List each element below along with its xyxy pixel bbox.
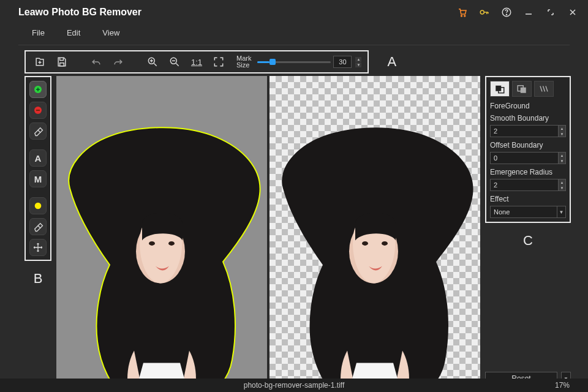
svg-rect-19 — [521, 88, 526, 93]
emergence-radius-label: Emergence Radius — [490, 168, 566, 176]
titlebar: Leawo Photo BG Remover — [0, 0, 588, 24]
svg-point-9 — [35, 203, 42, 209]
smooth-boundary-label: Smooth Boundary — [490, 114, 566, 123]
result-canvas[interactable] — [270, 76, 480, 385]
mark-size-slider[interactable] — [257, 61, 331, 63]
mark-size-spinner[interactable]: ▲▼ — [355, 57, 361, 67]
svg-point-15 — [382, 241, 388, 245]
annotation-a: A — [387, 54, 396, 70]
emergence-radius-input[interactable]: 2 ▲▼ — [490, 179, 566, 191]
tab-background-icon[interactable] — [512, 81, 532, 97]
properties-panel: ForeGround Smooth Boundary 2 ▲▼ Offset B… — [485, 76, 571, 223]
minimize-icon[interactable] — [523, 7, 534, 18]
svg-point-2 — [480, 10, 484, 14]
highlight-tool[interactable] — [29, 197, 47, 214]
zoom-out-icon[interactable] — [167, 54, 183, 70]
zoom-in-icon[interactable] — [145, 54, 160, 70]
move-tool[interactable] — [29, 239, 47, 256]
svg-point-11 — [149, 241, 155, 245]
effect-select[interactable]: None ▼ — [490, 206, 566, 218]
redo-icon[interactable] — [110, 54, 126, 70]
right-panel: ForeGround Smooth Boundary 2 ▲▼ Offset B… — [485, 76, 571, 385]
save-icon[interactable] — [54, 54, 70, 70]
status-filename: photo-bg-remover-sample-1.tiff — [244, 381, 345, 390]
svg-point-12 — [168, 241, 175, 245]
undo-icon[interactable] — [88, 54, 104, 70]
svg-point-0 — [461, 15, 462, 17]
menu-file[interactable]: File — [32, 28, 45, 37]
svg-point-4 — [506, 14, 507, 15]
svg-point-1 — [464, 15, 466, 17]
panel-tabs — [490, 81, 566, 97]
eraser-tool[interactable] — [29, 123, 47, 140]
maximize-icon[interactable] — [545, 7, 556, 18]
remove-mark-tool[interactable] — [29, 102, 47, 119]
annotation-b: B — [24, 271, 51, 287]
actual-size-button[interactable]: 1:1 — [189, 54, 205, 70]
fit-screen-icon[interactable] — [211, 54, 227, 70]
original-canvas[interactable] — [56, 76, 267, 385]
manual-mode-button[interactable]: M — [29, 170, 47, 187]
menu-view[interactable]: View — [102, 28, 119, 37]
top-toolbar: 1:1 MarkSize 30 ▲▼ — [24, 50, 369, 74]
canvas-area — [56, 76, 480, 385]
titlebar-controls — [457, 7, 578, 18]
statusbar: photo-bg-remover-sample-1.tiff 17% — [0, 379, 588, 392]
effect-label: Effect — [490, 195, 566, 203]
mark-size-label: MarkSize — [236, 55, 251, 69]
key-icon[interactable] — [479, 7, 490, 18]
left-tools-column: A M B — [24, 76, 51, 385]
offset-boundary-input[interactable]: 0 ▲▼ — [490, 152, 566, 164]
annotation-c: C — [485, 233, 571, 249]
svg-point-14 — [362, 241, 368, 245]
section-title: ForeGround — [490, 102, 566, 110]
menu-edit[interactable]: Edit — [67, 28, 80, 37]
top-toolbar-wrap: 1:1 MarkSize 30 ▲▼ A — [24, 50, 571, 74]
tab-effect-icon[interactable] — [534, 81, 554, 97]
status-zoom: 17% — [555, 381, 570, 390]
offset-boundary-label: Offset Boundary — [490, 141, 566, 149]
smooth-boundary-input[interactable]: 2 ▲▼ — [490, 125, 566, 137]
app-title: Leawo Photo BG Remover — [18, 7, 141, 18]
brush-tool[interactable] — [29, 218, 47, 235]
workspace: A M B — [0, 76, 588, 385]
add-file-icon[interactable] — [32, 54, 48, 70]
close-icon[interactable] — [567, 7, 578, 18]
menubar: File Edit View — [0, 24, 588, 45]
mark-size-value[interactable]: 30 — [333, 56, 352, 68]
auto-mode-button[interactable]: A — [29, 149, 47, 167]
tab-foreground-icon[interactable] — [490, 81, 510, 97]
cart-icon[interactable] — [457, 7, 468, 18]
left-toolbox: A M — [24, 76, 51, 261]
help-icon[interactable] — [501, 7, 512, 18]
mark-size-control: 30 ▲▼ — [257, 56, 361, 68]
add-mark-tool[interactable] — [29, 81, 47, 98]
